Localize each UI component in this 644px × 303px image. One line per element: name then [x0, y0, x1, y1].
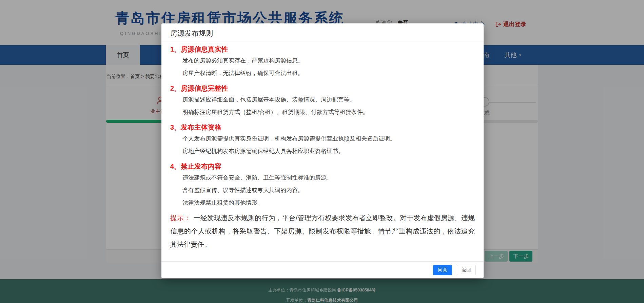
rule-paragraph: 房地产经纪机构发布房源需确保经纪人具备相应职业资格证书。	[170, 147, 475, 156]
rule-heading-3: 3、发布主体资格	[170, 123, 475, 132]
rule-paragraph: 房屋产权清晰，无法律纠纷，确保可合法出租。	[170, 69, 475, 78]
rule-paragraph: 法律法规禁止租赁的其他情形。	[170, 198, 475, 207]
rule-heading-2: 2、房源信息完整性	[170, 84, 475, 93]
rule-paragraph: 违法建筑或不符合安全、消防、卫生等强制性标准的房源。	[170, 173, 475, 182]
agree-button[interactable]: 同意	[433, 265, 452, 275]
modal-body: 1、房源信息真实性 发布的房源必须真实存在，严禁虚构房源信息。 房屋产权清晰，无…	[161, 45, 484, 251]
rule-paragraph: 含有虚假宣传、误导性描述或夸大其词的内容。	[170, 186, 475, 195]
tip-label: 提示：	[170, 214, 191, 222]
rule-heading-4: 4、禁止发布内容	[170, 162, 475, 171]
rule-paragraph: 房源描述应详细全面，包括房屋基本设施、装修情况、周边配套等。	[170, 95, 475, 104]
rule-heading-1: 1、房源信息真实性	[170, 45, 475, 54]
modal-title: 房源发布规则	[161, 23, 484, 38]
rule-paragraph: 个人发布房源需提供真实身份证明，机构发布房源需提供营业执照及相关资质证明。	[170, 134, 475, 143]
modal-title-divider	[161, 41, 484, 41]
back-button[interactable]: 返回	[457, 265, 476, 275]
rule-paragraph: 发布的房源必须真实存在，严禁虚构房源信息。	[170, 56, 475, 65]
tip-text: 一经发现违反本规则的行为，平台/管理方有权要求发布者立即整改。对于发布虚假房源、…	[170, 214, 475, 248]
app-root: 青岛市住房租赁市场公共服务系统 QINGDAOSHI 欢迎您，唐磊 个人中心 退…	[0, 0, 644, 303]
rule-paragraph: 明确标注房屋租赁方式（整租/合租）、租赁期限、付款方式等租赁条件。	[170, 108, 475, 117]
rules-modal: 房源发布规则 1、房源信息真实性 发布的房源必须真实存在，严禁虚构房源信息。 房…	[161, 23, 484, 278]
rules-tip: 提示：一经发现违反本规则的行为，平台/管理方有权要求发布者立即整改。对于发布虚假…	[170, 211, 475, 251]
modal-footer: 同意 返回	[161, 261, 484, 278]
